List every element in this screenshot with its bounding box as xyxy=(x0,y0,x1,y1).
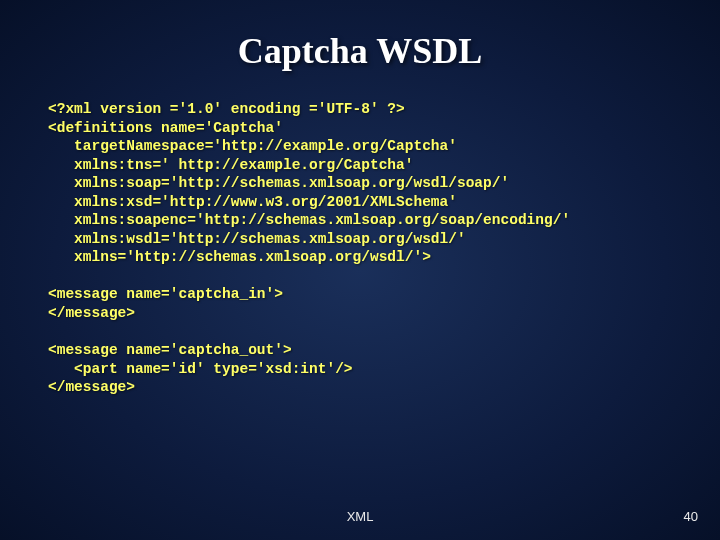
footer-label: XML xyxy=(0,509,720,524)
slide: Captcha WSDL <?xml version ='1.0' encodi… xyxy=(0,0,720,540)
code-block: <?xml version ='1.0' encoding ='UTF-8' ?… xyxy=(48,100,672,397)
slide-title: Captcha WSDL xyxy=(48,30,672,72)
footer-page-number: 40 xyxy=(684,509,698,524)
